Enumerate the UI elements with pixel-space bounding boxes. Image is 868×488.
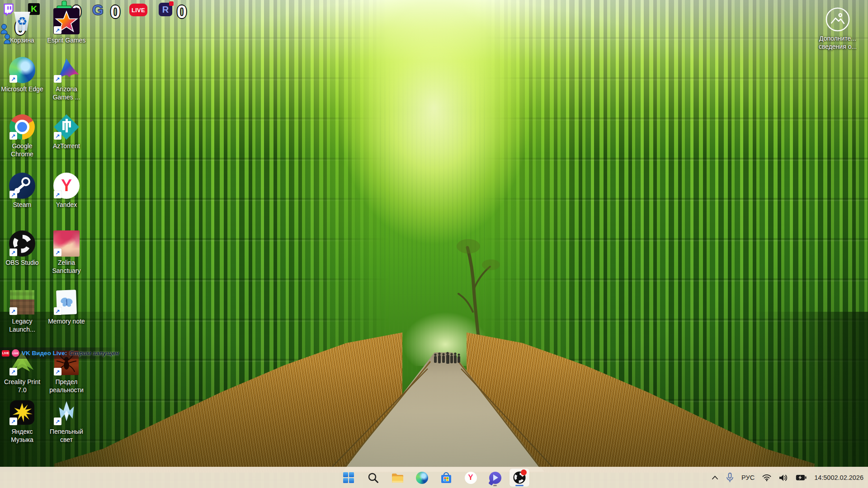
icon-label: Пепельный свет (45, 427, 88, 444)
desktop-icon-obs-studio[interactable]: OBS Studio (0, 230, 44, 267)
icon-label: Esprit Games (45, 36, 88, 44)
minecraft-block-icon (8, 288, 36, 316)
icon-label: Zeliria Sanctuary (45, 258, 88, 275)
shortcut-arrow-icon (54, 75, 61, 83)
edge-button[interactable] (412, 469, 432, 487)
desktop-icon-pepelny-svet[interactable]: Пепельный свет (45, 399, 88, 444)
shortcut-arrow-icon (9, 418, 17, 425)
desktop-icon-memory-note[interactable]: Memory note (45, 288, 88, 325)
notification-source: VK Видео Live: (22, 350, 67, 357)
stream-notification-banner[interactable]: LIVE LIVE VK Видео Live: Стрим запущен (0, 347, 124, 359)
shortcut-arrow-icon (9, 368, 17, 375)
icon-label-line1: Дополните... (816, 34, 859, 42)
microsoft-store-button[interactable] (436, 469, 456, 487)
recycle-bin-icon (8, 7, 36, 35)
edge-icon (416, 472, 428, 484)
vk-play-button[interactable] (485, 469, 505, 487)
icon-label: Legacy Launch... (0, 317, 44, 333)
taskbar-center-group (339, 467, 529, 488)
icon-label: Корзина (0, 36, 44, 44)
shortcut-arrow-icon (9, 307, 17, 315)
running-indicator (493, 485, 497, 486)
desktop-icon-yandex-music[interactable]: Яндекс Музыка (0, 399, 44, 444)
esprit-games-icon (52, 7, 80, 35)
shortcut-arrow-icon (54, 368, 61, 375)
icon-label: Microsoft Edge (0, 85, 44, 93)
search-button[interactable] (363, 469, 383, 487)
icon-label: Yandex (45, 201, 88, 209)
start-button[interactable] (339, 469, 359, 487)
battery-icon[interactable] (796, 474, 807, 481)
desktop-icon-google-chrome[interactable]: Google Chrome (0, 113, 44, 158)
arizona-games-icon (52, 56, 80, 84)
chrome-icon (8, 113, 36, 141)
live-badge-square: LIVE (2, 350, 9, 357)
photo-placeholder-icon (824, 5, 852, 33)
active-indicator (515, 485, 524, 486)
clock[interactable]: 14:50 02.02.2026 (814, 474, 863, 482)
notification-badge-dot (521, 469, 527, 475)
icon-label: AzTorrent (45, 142, 88, 150)
shortcut-arrow-icon (54, 191, 61, 198)
yandex-music-starburst-icon (8, 399, 36, 427)
icon-label: Предел реальности (45, 378, 88, 394)
shortcut-arrow-icon (54, 307, 61, 315)
desktop-icon-esprit-games[interactable]: Esprit Games (45, 7, 88, 44)
icon-label: Creality Print 7.0 (0, 378, 44, 394)
shortcut-arrow-icon (9, 75, 17, 83)
clock-time: 14:50 (814, 474, 830, 482)
desktop-icon-additional-info[interactable]: Дополните... сведения о... (816, 5, 859, 51)
vignette (0, 0, 868, 488)
file-explorer-button[interactable] (387, 469, 407, 487)
taskbar: РУС 14:50 02.02.2026 (0, 467, 868, 488)
icon-label: Яндекс Музыка (0, 427, 44, 444)
crystal-fairy-icon (52, 399, 80, 427)
shortcut-arrow-icon (9, 132, 17, 140)
shortcut-arrow-icon (54, 249, 61, 256)
desktop-icon-legacy-launcher[interactable]: Legacy Launch... (0, 288, 44, 333)
language-indicator[interactable]: РУС (741, 474, 755, 481)
notification-message: Стрим запущен (69, 350, 119, 357)
yandex-icon (52, 172, 80, 200)
icon-label: Arizona Games ... (45, 85, 88, 101)
steam-icon (8, 172, 36, 200)
edge-icon (8, 56, 36, 84)
taskbar-tray: РУС 14:50 02.02.2026 (712, 467, 863, 488)
microphone-icon[interactable] (726, 473, 734, 483)
clock-date: 02.02.2026 (830, 474, 863, 482)
volume-icon[interactable] (779, 474, 788, 482)
chat-play-bubble-icon (489, 472, 501, 484)
yandex-browser-button[interactable] (461, 469, 481, 487)
store-icon (440, 472, 452, 484)
icon-label-line2: сведения о... (816, 42, 859, 51)
icon-label: Google Chrome (0, 142, 44, 158)
search-icon (368, 472, 379, 483)
tray-chevron-up-icon[interactable] (712, 475, 718, 480)
shortcut-arrow-icon (54, 418, 61, 425)
shortcut-arrow-icon (54, 132, 61, 140)
desktop-icon-aztorrent[interactable]: AzTorrent (45, 113, 88, 150)
shortcut-arrow-icon (9, 249, 17, 256)
folder-icon (391, 472, 404, 483)
desktop-icon-microsoft-edge[interactable]: Microsoft Edge (0, 56, 44, 93)
desktop: K 0 0 G 0 LIVE R 0 Корзина Esprit Games … (0, 0, 868, 488)
yandex-icon (465, 472, 477, 484)
shortcut-arrow-icon (54, 26, 61, 34)
icon-label: Steam (0, 201, 44, 209)
desktop-icon-zeliria-sanctuary[interactable]: Zeliria Sanctuary (45, 230, 88, 275)
obs-icon (8, 230, 36, 258)
note-butterfly-icon (52, 288, 80, 316)
aztorrent-icon (52, 113, 80, 141)
obs-studio-button[interactable] (509, 469, 529, 487)
desktop-icon-recycle-bin[interactable]: Корзина (0, 7, 44, 44)
wifi-icon[interactable] (762, 474, 771, 481)
desktop-icon-arizona-games[interactable]: Arizona Games ... (45, 56, 88, 101)
icon-label: OBS Studio (0, 258, 44, 267)
live-badge-round: LIVE (12, 349, 19, 357)
zeliria-thumbnail-icon (52, 230, 80, 258)
desktop-icon-steam[interactable]: Steam (0, 172, 44, 209)
desktop-icon-yandex[interactable]: Yandex (45, 172, 88, 209)
icon-label: Memory note (45, 317, 88, 325)
shortcut-arrow-icon (9, 191, 17, 198)
icon-label: Дополните... сведения о... (816, 34, 859, 51)
